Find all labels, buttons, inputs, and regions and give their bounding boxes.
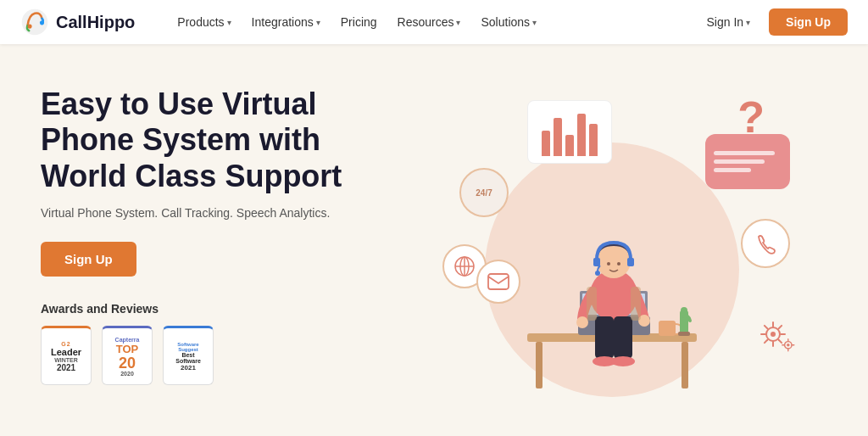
gear-icons-group <box>748 313 807 367</box>
svg-point-36 <box>595 271 600 276</box>
svg-rect-25 <box>536 342 542 388</box>
award-capterra: Capterra TOP 20 2020 <box>102 326 153 385</box>
svg-rect-35 <box>627 258 634 266</box>
nav-actions: Sign In ▾ Sign Up <box>695 8 848 36</box>
nav-resources[interactable]: Resources ▾ <box>389 10 470 34</box>
speech-line-1 <box>714 151 775 155</box>
person-desk-svg <box>502 168 722 397</box>
svg-line-14 <box>765 326 768 329</box>
resources-dropdown-icon: ▾ <box>456 18 460 27</box>
illustration-container: ? 24/7 <box>409 83 815 414</box>
svg-rect-26 <box>682 342 688 388</box>
phone-icon <box>741 219 790 268</box>
award-software-suggest: SoftwareSuggest BestSoftware 2021 <box>163 326 214 385</box>
logo[interactable]: CallHippo <box>20 8 135 36</box>
globe-svg <box>453 254 476 278</box>
nav-pricing[interactable]: Pricing <box>332 10 386 34</box>
svg-point-2 <box>40 20 44 25</box>
svg-line-16 <box>779 326 782 329</box>
award-g2: G2 Leader WINTER 2021 <box>41 326 92 385</box>
logo-icon <box>20 8 49 36</box>
logo-text: CallHippo <box>56 13 135 32</box>
chart-bar-2 <box>554 118 562 156</box>
awards-label: Awards and Reviews <box>41 302 397 316</box>
phone-svg <box>754 232 776 254</box>
gears-svg <box>748 313 807 364</box>
svg-point-1 <box>28 25 32 29</box>
speech-line-2 <box>714 159 765 164</box>
awards-row: G2 Leader WINTER 2021 Capterra TOP 20 20… <box>41 326 397 385</box>
hero-illustration: ? 24/7 <box>397 78 827 419</box>
svg-rect-48 <box>678 332 690 336</box>
svg-point-37 <box>607 262 610 266</box>
products-dropdown-icon: ▾ <box>227 18 231 27</box>
svg-rect-41 <box>595 316 614 359</box>
svg-rect-31 <box>659 321 676 336</box>
signup-nav-button[interactable]: Sign Up <box>769 8 848 36</box>
signup-hero-button[interactable]: Sign Up <box>41 242 136 277</box>
chart-bar-3 <box>565 135 574 156</box>
svg-point-44 <box>611 356 635 366</box>
hero-subtitle: Virtual Phone System. Call Tracking. Spe… <box>41 206 397 220</box>
svg-point-19 <box>787 344 790 347</box>
hero-left: Easy to Use Virtual Phone System with Wo… <box>41 78 397 385</box>
nav-products[interactable]: Products ▾ <box>169 10 239 34</box>
svg-point-49 <box>681 307 687 314</box>
svg-point-39 <box>576 316 588 328</box>
chart-bubble <box>527 100 612 164</box>
svg-rect-45 <box>587 287 597 321</box>
main-nav: Products ▾ Integrations ▾ Pricing Resour… <box>169 10 694 34</box>
header: CallHippo Products ▾ Integrations ▾ Pric… <box>0 0 868 44</box>
nav-solutions[interactable]: Solutions ▾ <box>472 10 545 34</box>
hero-title: Easy to Use Virtual Phone System with Wo… <box>41 87 397 194</box>
svg-rect-42 <box>614 316 632 359</box>
svg-rect-46 <box>631 287 641 321</box>
signin-button[interactable]: Sign In ▾ <box>695 9 763 35</box>
signin-dropdown-icon: ▾ <box>746 18 750 27</box>
nav-integrations[interactable]: Integrations ▾ <box>243 10 329 34</box>
chart-bar-1 <box>542 131 550 156</box>
integrations-dropdown-icon: ▾ <box>316 18 320 27</box>
solutions-dropdown-icon: ▾ <box>532 18 537 27</box>
svg-point-9 <box>771 332 776 337</box>
svg-point-38 <box>617 262 620 266</box>
svg-rect-34 <box>593 258 600 266</box>
svg-line-15 <box>779 340 782 344</box>
hero-section: Easy to Use Virtual Phone System with Wo… <box>0 44 868 436</box>
svg-line-17 <box>765 340 768 344</box>
chart-bar-4 <box>577 114 586 156</box>
chart-bar-5 <box>589 124 598 156</box>
